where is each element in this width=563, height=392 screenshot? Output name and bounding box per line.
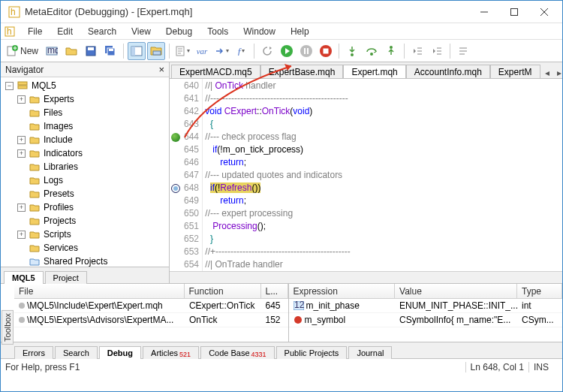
expand-icon[interactable] [17, 176, 26, 185]
menu-debug[interactable]: Debug [158, 25, 200, 38]
editor-tab[interactable]: ExpertMACD.mq5 [171, 65, 260, 79]
bottom-tab-errors[interactable]: Errors [14, 346, 53, 359]
expand-icon[interactable]: + [17, 149, 26, 158]
menu-tools[interactable]: Tools [200, 25, 236, 38]
watch-col-type[interactable]: Type [517, 284, 562, 298]
styler-button[interactable]: ▾ [173, 42, 191, 60]
menu-file[interactable]: File [20, 25, 50, 38]
callstack-row[interactable]: \MQL5\Include\Expert\Expert.mqhCExpert::… [14, 299, 288, 313]
nav-tab-mql5[interactable]: MQL5 [4, 271, 44, 284]
close-button[interactable] [529, 2, 559, 23]
code-editor[interactable]: 6406416426436446456466476486496506516526… [170, 79, 562, 271]
navigator-toggle-button[interactable] [128, 42, 146, 60]
bottom-tab-public-projects[interactable]: Public Projects [276, 346, 348, 359]
expand-icon[interactable] [17, 109, 26, 117]
tab-scroll-left[interactable]: ◂ [542, 68, 552, 78]
menubar: h File Edit Search View Debug Tools Wind… [1, 23, 562, 40]
step-into-button[interactable] [343, 42, 361, 60]
maximize-button[interactable] [499, 2, 529, 23]
stop-button[interactable] [317, 42, 335, 60]
watch-col-expression[interactable]: Expression [289, 284, 396, 298]
tree-folder-scripts[interactable]: +Scripts [1, 228, 169, 241]
code-body[interactable]: //| OnTick handler //-------------------… [203, 79, 562, 271]
nav-tab-project[interactable]: Project [45, 271, 87, 284]
tree-folder-images[interactable]: Images [1, 119, 169, 133]
horizontal-scrollbar[interactable] [170, 271, 562, 283]
line-gutter[interactable]: 6406416426436446456466476486496506516526… [170, 79, 203, 271]
callstack-col-function[interactable]: Function [185, 284, 261, 298]
bottom-tab-debug[interactable]: Debug [99, 346, 141, 359]
tree-folder-projects[interactable]: Projects [1, 214, 169, 228]
tree-shared-projects[interactable]: Shared Projects [1, 255, 169, 267]
bottom-tab-journal[interactable]: Journal [348, 346, 392, 359]
editor-tab[interactable]: ExpertM [490, 65, 540, 79]
mql-wizard-button[interactable]: mql [43, 42, 61, 60]
menu-window[interactable]: Window [236, 25, 283, 38]
expand-icon[interactable] [17, 190, 26, 198]
svg-rect-33 [18, 86, 27, 89]
menu-view[interactable]: View [124, 25, 158, 38]
bottom-tab-articles[interactable]: Articles521 [143, 346, 199, 359]
open-button[interactable] [62, 42, 80, 60]
menu-edit[interactable]: Edit [50, 25, 80, 38]
breakpoint-marker[interactable] [171, 133, 180, 142]
goto-button[interactable]: ▾ [212, 42, 230, 60]
navigator-tree[interactable]: − MQL5 +ExpertsFilesImages+Include+Indic… [1, 77, 169, 267]
tree-folder-services[interactable]: Services [1, 241, 169, 255]
expand-icon[interactable] [17, 217, 26, 225]
editor-tab[interactable]: ExpertBase.mqh [260, 65, 344, 79]
continue-button[interactable] [278, 42, 296, 60]
restart-debug-button[interactable] [258, 42, 276, 60]
save-all-button[interactable] [101, 42, 119, 60]
svg-text:mql: mql [47, 45, 58, 56]
tree-folder-include[interactable]: +Include [1, 133, 169, 146]
function-button[interactable]: ƒ▾ [232, 42, 250, 60]
callstack-col-line[interactable]: L... [261, 284, 288, 298]
indent-right-button[interactable] [428, 42, 446, 60]
pause-button[interactable] [297, 42, 315, 60]
new-button[interactable]: New [3, 42, 41, 60]
tree-folder-presets[interactable]: Presets [1, 187, 169, 201]
watch-row[interactable]: 123m_init_phaseENUM_INIT_PHASE::INIT_...… [289, 299, 563, 313]
step-over-button[interactable] [363, 42, 381, 60]
editor-tab-active[interactable]: Expert.mqh [343, 65, 405, 79]
watch-col-value[interactable]: Value [395, 284, 517, 298]
tree-folder-libraries[interactable]: Libraries [1, 160, 169, 173]
save-button[interactable] [82, 42, 100, 60]
callstack-row[interactable]: \MQL5\Experts\Advisors\ExpertMA...OnTick… [14, 313, 288, 327]
expand-icon[interactable]: + [17, 136, 26, 144]
tree-folder-experts[interactable]: +Experts [1, 92, 169, 106]
expand-icon[interactable]: − [5, 82, 14, 90]
watch-row[interactable]: m_symbolCSymbolInfo{ m_name:"E...CSym... [289, 313, 563, 327]
expand-placeholder [17, 258, 26, 266]
tree-folder-profiles[interactable]: +Profiles [1, 201, 169, 214]
tree-folder-indicators[interactable]: +Indicators [1, 146, 169, 160]
menu-search[interactable]: Search [80, 25, 124, 38]
minimize-button[interactable] [469, 2, 499, 23]
menu-help[interactable]: Help [283, 25, 317, 38]
toolbox-toggle-button[interactable] [147, 42, 165, 60]
var-button[interactable]: var [193, 42, 211, 60]
editor-tab[interactable]: AccountInfo.mqh [406, 65, 490, 79]
expand-icon[interactable] [17, 244, 26, 252]
tree-shared-label: Shared Projects [44, 256, 107, 267]
bottom-tab-code-base[interactable]: Code Base4331 [200, 346, 274, 359]
tree-root[interactable]: − MQL5 [1, 79, 169, 92]
expand-icon[interactable]: + [17, 204, 26, 212]
callstack-col-file[interactable]: File [14, 284, 185, 298]
bottom-tab-search[interactable]: Search [55, 346, 98, 359]
indent-left-button[interactable] [408, 42, 426, 60]
svg-rect-32 [18, 82, 27, 85]
navigator-close-button[interactable]: × [158, 64, 164, 75]
comment-button[interactable] [454, 42, 472, 60]
toolbox-label[interactable]: Toolbox [2, 310, 14, 345]
expand-icon[interactable] [17, 122, 26, 131]
tab-scroll-right[interactable]: ▸ [554, 68, 562, 78]
step-out-button[interactable] [382, 42, 400, 60]
tree-folder-logs[interactable]: Logs [1, 173, 169, 187]
breakpoint-marker[interactable] [171, 184, 180, 193]
expand-icon[interactable]: + [17, 95, 26, 104]
expand-icon[interactable] [17, 163, 26, 171]
tree-folder-files[interactable]: Files [1, 106, 169, 119]
expand-icon[interactable]: + [17, 231, 26, 239]
